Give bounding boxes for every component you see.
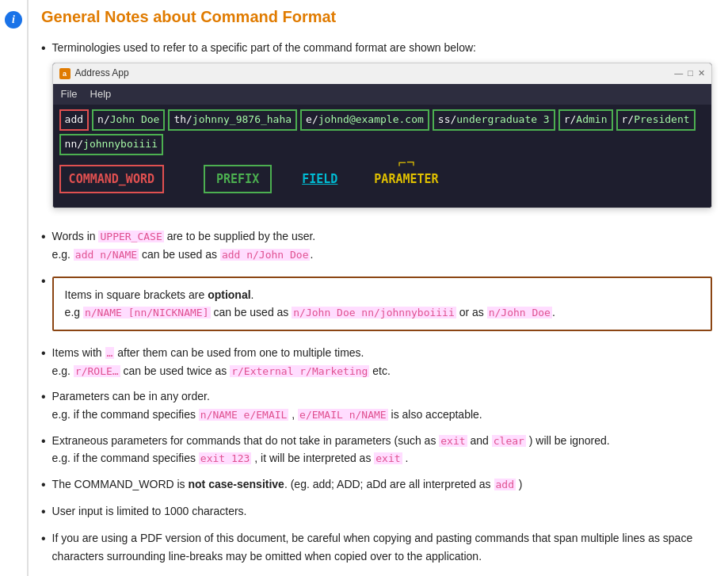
left-bar: i xyxy=(0,0,29,576)
case-code: add xyxy=(494,479,516,490)
any-order-comma: , xyxy=(288,408,298,421)
ellipsis-content: Items with … after them can be used from… xyxy=(52,344,712,380)
upper-case-code: UPPER_CASE xyxy=(98,231,163,242)
window-controls[interactable]: — □ ✕ xyxy=(674,67,705,81)
label-prefix: PREFIX xyxy=(204,165,272,193)
brace-icon: ⌐¬ xyxy=(368,155,444,170)
list-item-optional: Items in square brackets are optional. e… xyxy=(41,272,712,336)
menu-file[interactable]: File xyxy=(61,86,78,103)
label-parameter: PARAMETER xyxy=(368,169,444,189)
app-title-bar: a Address App — □ ✕ xyxy=(53,63,711,83)
extraneous-eg-before: e.g. if the command specifies xyxy=(52,452,199,464)
app-title-text: Address App xyxy=(75,66,129,81)
add-tag: add xyxy=(59,109,89,131)
upper-case-eg-code2: add n/John Doe xyxy=(220,249,311,261)
app-window: a Address App — □ ✕ File Help xyxy=(52,63,712,208)
pdf-content: If you are using a PDF version of this d… xyxy=(52,529,712,565)
extraneous-end: ) will be ignored. xyxy=(526,434,610,447)
main-content: General Notes about Command Format Termi… xyxy=(29,0,728,576)
extraneous-mid: and xyxy=(467,434,492,447)
minimize-button[interactable]: — xyxy=(674,67,683,81)
any-order-end: is also acceptable. xyxy=(388,408,482,421)
optional-eg-mid: can be used as xyxy=(211,306,292,319)
terminologies-text: Terminologies used to refer to a specifi… xyxy=(52,41,476,54)
upper-case-eg-code1: add n/NAME xyxy=(74,249,139,261)
extraneous-code2: clear xyxy=(492,435,526,447)
optional-before: Items in square brackets are xyxy=(65,288,208,301)
ellipsis-eg-end: etc. xyxy=(369,364,390,377)
optional-end: . xyxy=(251,288,254,301)
pdf-text: If you are using a PDF version of this d… xyxy=(52,532,693,562)
optional-eg-code3: n/John Doe xyxy=(487,307,552,319)
list-item-ellipsis: Items with … after them can be used from… xyxy=(41,344,712,380)
ellipsis-code: … xyxy=(105,347,115,359)
extraneous-eg-end: . xyxy=(402,452,409,464)
ellipsis-before: Items with xyxy=(52,346,105,359)
any-order-content: Parameters can be in any order. e.g. if … xyxy=(52,387,712,423)
extraneous-eg-code2: exit xyxy=(374,452,402,464)
app-title-left: a Address App xyxy=(59,66,129,81)
field-r1: r/Admin xyxy=(558,109,613,131)
field-e: e/johnd@example.com xyxy=(300,109,429,131)
extraneous-eg-mid: , it will be interpreted as xyxy=(251,452,374,464)
list-item-case: The COMMAND_WORD is not case-sensitive. … xyxy=(41,475,712,494)
any-order-code1: n/NAME e/EMAIL xyxy=(199,409,289,421)
case-bold: not case-sensitive xyxy=(189,478,284,490)
bullet-list: Terminologies used to refer to a specifi… xyxy=(41,39,712,565)
label-parameter-wrapper: ⌐¬ PARAMETER xyxy=(368,170,444,189)
optional-eg-or: or as xyxy=(456,306,487,319)
info-icon: i xyxy=(5,11,22,29)
labels-row: COMMAND_WORD PREFIX FIELD ⌐¬ PARAMETER xyxy=(53,160,711,208)
case-content: The COMMAND_WORD is not case-sensitive. … xyxy=(52,475,712,494)
field-r2: r/President xyxy=(616,109,696,131)
case-end: ) xyxy=(516,478,523,490)
field-th: th/johnny_9876_haha xyxy=(168,109,297,131)
extraneous-content: Extraneous parameters for commands that … xyxy=(52,432,712,468)
optional-eg-before: e.g xyxy=(65,306,83,319)
field-n: n/John Doe xyxy=(92,109,165,131)
extraneous-code1: exit xyxy=(439,435,467,447)
list-item-upper-case: Words in UPPER_CASE are to be supplied b… xyxy=(41,227,712,264)
optional-bold: optional xyxy=(208,288,250,301)
optional-content: Items in square brackets are optional. e… xyxy=(52,272,712,336)
char-limit-content: User input is limited to 1000 characters… xyxy=(52,502,712,520)
ellipsis-eg-code1: r/ROLE… xyxy=(74,365,120,377)
extraneous-eg-code1: exit 123 xyxy=(199,452,252,464)
case-after: . (eg. add; ADD; aDd are all interpreted… xyxy=(284,478,494,490)
app-command-bar: add n/John Doe th/johnny_9876_haha e/joh… xyxy=(53,105,711,160)
upper-case-eg-mid: can be used as xyxy=(139,248,220,261)
close-button[interactable]: ✕ xyxy=(698,67,705,81)
list-item-pdf: If you are using a PDF version of this d… xyxy=(41,529,712,565)
optional-eg-code2: n/John Doe nn/johnnyboiiii xyxy=(292,307,456,319)
ellipsis-eg-code2: r/External r/Marketing xyxy=(230,365,369,377)
maximize-button[interactable]: □ xyxy=(688,67,693,81)
ellipsis-after: after them can be used from one to multi… xyxy=(114,346,364,359)
optional-eg-end: . xyxy=(552,306,555,319)
upper-case-before: Words in xyxy=(52,230,99,242)
list-item-terminologies: Terminologies used to refer to a specifi… xyxy=(41,39,712,219)
labels-inner: COMMAND_WORD PREFIX FIELD ⌐¬ PARAMETER xyxy=(59,165,445,193)
any-order-code2: e/EMAIL n/NAME xyxy=(298,409,388,421)
ellipsis-eg-before: e.g. xyxy=(52,364,74,377)
any-order-before: e.g. if the command specifies xyxy=(52,408,199,421)
any-order-line1: Parameters can be in any order. xyxy=(52,390,210,402)
ellipsis-eg-mid: can be used twice as xyxy=(120,364,231,377)
list-item-extraneous: Extraneous parameters for commands that … xyxy=(41,432,712,468)
optional-box: Items in square brackets are optional. e… xyxy=(52,277,712,331)
extraneous-before: Extraneous parameters for commands that … xyxy=(52,434,440,447)
upper-case-after: are to be supplied by the user. xyxy=(164,230,315,242)
field-nn: nn/johnnyboiiii xyxy=(59,134,163,155)
label-field: FIELD xyxy=(291,166,349,192)
upper-case-eg-before: e.g. xyxy=(52,248,74,261)
upper-case-eg-end: . xyxy=(310,248,313,261)
label-command-word: COMMAND_WORD xyxy=(59,165,164,193)
optional-eg-code1: n/NAME [nn/NICKNAME] xyxy=(83,307,211,319)
field-ss: ss/undergraduate 3 xyxy=(433,109,555,131)
list-item-char-limit: User input is limited to 1000 characters… xyxy=(41,502,712,521)
case-before: The COMMAND_WORD is xyxy=(52,478,189,490)
menu-help[interactable]: Help xyxy=(90,86,112,103)
list-item-any-order: Parameters can be in any order. e.g. if … xyxy=(41,387,712,423)
upper-case-content: Words in UPPER_CASE are to be supplied b… xyxy=(52,227,712,264)
page-title: General Notes about Command Format xyxy=(41,8,712,26)
char-limit-text: User input is limited to 1000 characters… xyxy=(52,505,247,517)
